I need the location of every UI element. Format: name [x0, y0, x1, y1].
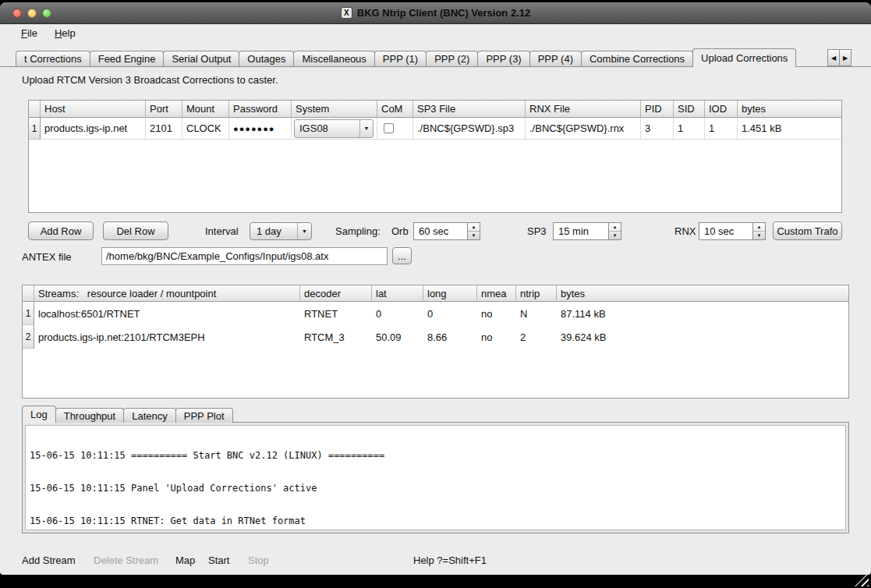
tab-ppp-4[interactable]: PPP (4) [529, 51, 582, 66]
com-checkbox[interactable] [384, 123, 394, 133]
column-header-lat[interactable]: lat [372, 285, 423, 302]
column-header-password[interactable]: Password [229, 101, 292, 118]
del-row-button[interactable]: Del Row [103, 221, 168, 240]
tab-miscellaneous[interactable]: Miscellaneous [293, 51, 374, 66]
chevron-down-icon: ▼ [359, 120, 373, 137]
column-header-system[interactable]: System [292, 101, 377, 118]
iod-cell[interactable]: 1 [705, 118, 738, 140]
tab-scroll-buttons: ◀ ▶ [828, 49, 852, 66]
tab-combine-corrections[interactable]: Combine Corrections [581, 51, 693, 66]
spin-buttons: ▲ ▼ [467, 223, 480, 239]
pid-cell[interactable]: 3 [641, 118, 674, 140]
nmea-cell[interactable]: no [477, 302, 516, 325]
spin-down-icon[interactable]: ▼ [609, 232, 621, 239]
tab-outages[interactable]: Outages [239, 51, 294, 66]
tab-throughput[interactable]: Throughput [55, 408, 125, 423]
map-button[interactable]: Map [175, 550, 195, 570]
mountpoint-cell[interactable]: localhost:6501/RTNET [34, 302, 300, 325]
rnx-sampling-spinbox[interactable]: 10 sec ▲ ▼ [699, 222, 766, 240]
sp3-file-cell[interactable]: ./BNC${GPSWD}.sp3 [413, 118, 526, 140]
menu-file[interactable]: File [14, 26, 44, 41]
orb-label: Orb [391, 221, 409, 240]
lat-cell[interactable]: 50.09 [372, 325, 423, 349]
column-header-iod[interactable]: IOD [705, 101, 738, 118]
column-header-bytes[interactable]: bytes [738, 101, 841, 118]
tab-ppp-1[interactable]: PPP (1) [374, 51, 427, 66]
lat-cell[interactable]: 0 [372, 302, 423, 325]
column-header-port[interactable]: Port [146, 101, 182, 118]
spin-down-icon[interactable]: ▼ [753, 232, 765, 239]
column-header-long[interactable]: long [423, 285, 477, 302]
interval-combobox[interactable]: 1 day ▼ [250, 222, 312, 240]
column-header-sid[interactable]: SID [674, 101, 705, 118]
tab-log[interactable]: Log [22, 406, 56, 423]
mount-cell[interactable]: CLOCK [182, 118, 229, 140]
column-header-pid[interactable]: PID [641, 101, 674, 118]
column-header-nmea[interactable]: nmea [477, 285, 516, 302]
long-cell[interactable]: 0 [423, 302, 477, 325]
column-header-rnx-file[interactable]: RNX File [526, 101, 641, 118]
tab-upload-corrections[interactable]: Upload Corrections [692, 48, 796, 66]
zoom-button[interactable] [42, 9, 51, 18]
antex-file-input[interactable]: /home/bkg/BNC/Example_Configs/Input/igs0… [101, 247, 388, 265]
spin-up-icon[interactable]: ▲ [468, 223, 480, 232]
sp3-sampling-spinbox[interactable]: 15 min ▲ ▼ [553, 222, 621, 240]
start-button[interactable]: Start [208, 550, 229, 570]
column-header-mount[interactable]: Mount [182, 101, 229, 118]
title-wrap: X BKG Ntrip Client (BNC) Version 2.12 [341, 7, 530, 19]
ntrip-cell[interactable]: N [516, 302, 557, 325]
column-header-decoder[interactable]: decoder [300, 285, 372, 302]
column-header-bytes[interactable]: bytes [557, 285, 848, 302]
column-header-com[interactable]: CoM [377, 101, 413, 118]
close-button[interactable] [12, 9, 22, 18]
spin-up-icon[interactable]: ▲ [609, 223, 621, 232]
column-header-ntrip[interactable]: ntrip [516, 285, 557, 302]
tab-ppp-plot[interactable]: PPP Plot [175, 408, 233, 423]
antex-browse-button[interactable]: ... [392, 247, 412, 264]
sid-cell[interactable]: 1 [674, 118, 705, 140]
interval-label: Interval [205, 221, 239, 240]
ntrip-cell[interactable]: 2 [516, 325, 557, 349]
decoder-cell[interactable]: RTNET [300, 302, 372, 325]
menu-help[interactable]: Help [48, 26, 83, 41]
custom-trafo-button[interactable]: Custom Trafo [773, 221, 842, 240]
spin-down-icon[interactable]: ▼ [468, 232, 480, 239]
add-stream-button[interactable]: Add Stream [22, 550, 76, 570]
host-cell[interactable]: products.igs-ip.net [41, 118, 146, 140]
tab-ppp-3[interactable]: PPP (3) [477, 51, 529, 66]
column-header-mountpoint[interactable]: Streams: resource loader / mountpoint [34, 285, 300, 302]
password-cell[interactable]: ●●●●●●● [229, 118, 292, 140]
row-number[interactable]: 1 [29, 118, 41, 140]
tab-latency[interactable]: Latency [123, 408, 176, 423]
tab-ppp-2[interactable]: PPP (2) [426, 51, 478, 66]
tab-scroll-right-button[interactable]: ▶ [839, 49, 852, 66]
column-header-host[interactable]: Host [41, 101, 146, 118]
chevron-down-icon: ▼ [297, 223, 311, 239]
rnx-file-cell[interactable]: ./BNC${GPSWD}.rnx [526, 118, 641, 140]
log-output[interactable]: 15-06-15 10:11:15 ========== Start BNC v… [25, 425, 846, 530]
long-cell[interactable]: 8.66 [423, 325, 477, 349]
interval-value: 1 day [250, 225, 297, 237]
title-bar[interactable]: X BKG Ntrip Client (BNC) Version 2.12 [0, 2, 871, 24]
row-number[interactable]: 1 [23, 302, 34, 325]
minimize-button[interactable] [27, 9, 37, 18]
decoder-cell[interactable]: RTCM_3 [300, 325, 372, 349]
spin-up-icon[interactable]: ▲ [753, 223, 765, 232]
panel-description: Upload RTCM Version 3 Broadcast Correcti… [22, 74, 278, 86]
com-cell [377, 118, 413, 140]
row-number[interactable]: 2 [23, 325, 34, 349]
rnx-label: RNX [674, 221, 696, 240]
orb-sampling-spinbox[interactable]: 60 sec ▲ ▼ [413, 222, 480, 240]
nmea-cell[interactable]: no [477, 325, 516, 349]
mountpoint-cell[interactable]: products.igs-ip.net:2101/RTCM3EPH [34, 325, 300, 349]
tab-serial-output[interactable]: Serial Output [163, 51, 239, 66]
app-icon: X [341, 7, 352, 19]
tab-scroll-left-button[interactable]: ◀ [827, 49, 840, 66]
port-cell[interactable]: 2101 [146, 118, 182, 140]
tab-feed-engine[interactable]: Feed Engine [90, 51, 165, 66]
system-combobox[interactable]: IGS08 ▼ [294, 119, 374, 138]
column-header-sp3-file[interactable]: SP3 File [413, 101, 526, 118]
log-line: 15-06-15 10:11:15 RTNET: Get data in RTN… [30, 515, 841, 526]
tab-broadcast-corrections[interactable]: t Corrections [16, 51, 90, 66]
add-row-button[interactable]: Add Row [28, 221, 94, 240]
